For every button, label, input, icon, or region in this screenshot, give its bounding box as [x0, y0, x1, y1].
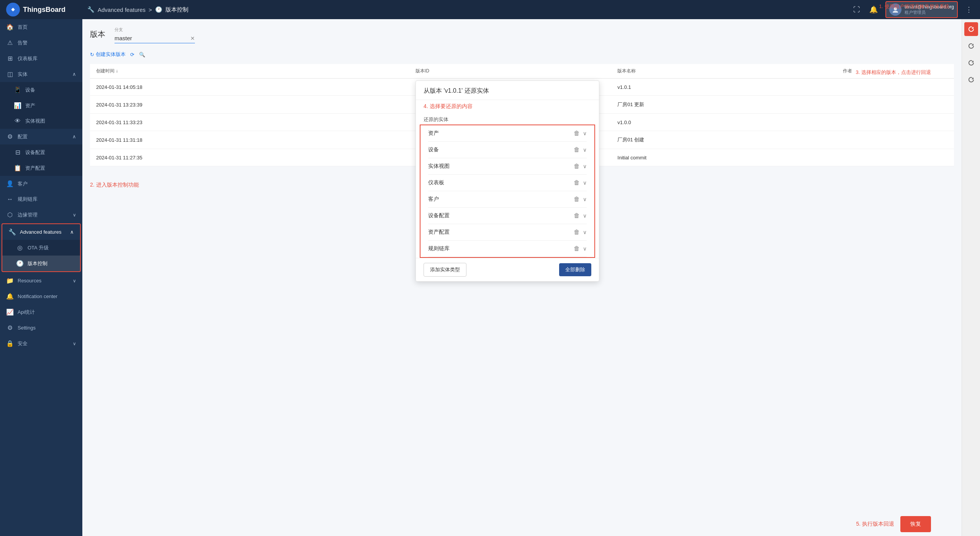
- sidebar-item-device-config[interactable]: ⊟ 设备配置: [0, 144, 82, 160]
- restore-item-expand-button[interactable]: ∨: [583, 229, 587, 235]
- sidebar-item-resources[interactable]: 📁 Resources ∨: [0, 273, 82, 288]
- devices-icon: 📱: [14, 86, 21, 93]
- notifications-button[interactable]: 🔔: [868, 4, 879, 15]
- restore-item-name: 资产配置: [428, 229, 450, 236]
- sidebar-item-security[interactable]: 🔒 安全 ∨: [0, 336, 82, 351]
- sidebar-item-api-stats[interactable]: 📈 Api统计: [0, 304, 82, 320]
- version-control-icon: 🕐: [16, 260, 24, 267]
- restore-item-expand-button[interactable]: ∨: [583, 163, 587, 169]
- entities-arrow-icon: ∧: [72, 71, 76, 77]
- restore-item-expand-button[interactable]: ∨: [583, 246, 587, 252]
- config-arrow-icon: ∧: [72, 134, 76, 139]
- sidebar-item-asset-config[interactable]: 📋 资产配置: [0, 160, 82, 176]
- sidebar-item-edge-mgmt[interactable]: ⬡ 边缘管理 ∨: [0, 207, 82, 223]
- alerts-icon: ⚠: [6, 39, 14, 46]
- sidebar-item-notification-center[interactable]: 🔔 Notification center: [0, 288, 82, 304]
- resources-icon: 📁: [6, 277, 14, 284]
- restore-item: 规则链库 🗑 ∨: [428, 241, 587, 257]
- logo: ThingsBoard: [6, 3, 83, 16]
- customers-icon: 👤: [6, 180, 14, 187]
- restore-item-name: 仪表板: [428, 179, 444, 186]
- right-sidebar-history-1[interactable]: [964, 39, 978, 53]
- restore-item-delete-button[interactable]: 🗑: [574, 146, 580, 153]
- step5-area: 5. 执行版本回退 恢复: [856, 516, 931, 532]
- right-sidebar-history-3[interactable]: [964, 73, 978, 87]
- right-sidebar-restore-active[interactable]: [964, 22, 978, 36]
- refresh-icon: ⟳: [130, 52, 134, 57]
- restore-item-delete-button[interactable]: 🗑: [574, 229, 580, 236]
- create-version-button[interactable]: ↻ 创建实体版本: [90, 51, 126, 58]
- sidebar-item-advanced-features[interactable]: 🔧 Advanced features ∧: [2, 224, 80, 240]
- advanced-features-submenu: ◎ OTA 升级 🕐 版本控制: [2, 240, 80, 271]
- sidebar-item-settings[interactable]: ⚙ Settings: [0, 320, 82, 336]
- branch-select-value[interactable]: ✕: [115, 33, 195, 43]
- cell-name: 厂房01 创建: [611, 131, 837, 149]
- delete-all-button[interactable]: 全部删除: [559, 263, 591, 276]
- right-sidebar-history-2[interactable]: [964, 56, 978, 70]
- sidebar-label-asset-config: 资产配置: [25, 165, 76, 172]
- sidebar-item-version-control[interactable]: 🕐 版本控制: [2, 256, 80, 271]
- sidebar-item-customers[interactable]: 👤 客户: [0, 176, 82, 192]
- sidebar-item-entities[interactable]: ◫ 实体 ∧: [0, 66, 82, 82]
- restore-item-actions: 🗑 ∨: [574, 163, 587, 170]
- restore-item-delete-button[interactable]: 🗑: [574, 163, 580, 170]
- sort-icon[interactable]: ↓: [116, 68, 118, 74]
- branch-input[interactable]: [115, 35, 187, 41]
- restore-item-delete-button[interactable]: 🗑: [574, 245, 580, 252]
- app-name: ThingsBoard: [23, 6, 65, 14]
- security-arrow-icon: ∨: [73, 341, 76, 346]
- restore-item-delete-button[interactable]: 🗑: [574, 212, 580, 219]
- restore-item: 仪表板 🗑 ∨: [428, 175, 587, 191]
- advanced-features-section: 🔧 Advanced features ∧ ◎ OTA 升级 🕐 版本控制: [2, 223, 81, 272]
- cell-author: [837, 114, 954, 131]
- restore-item-expand-button[interactable]: ∨: [583, 180, 587, 186]
- restore-item-expand-button[interactable]: ∨: [583, 130, 587, 136]
- restore-item-expand-button[interactable]: ∨: [583, 147, 587, 153]
- sidebar-item-config[interactable]: ⚙ 配置 ∧: [0, 129, 82, 144]
- restore-button[interactable]: 恢复: [900, 516, 931, 532]
- security-icon: 🔒: [6, 340, 14, 347]
- sidebar-item-entity-view[interactable]: 👁 实体视图: [0, 113, 82, 129]
- breadcrumb-icon2: 🕐: [155, 6, 162, 13]
- restore-item: 设备配置 🗑 ∨: [428, 208, 587, 224]
- refresh-button[interactable]: ⟳: [130, 52, 134, 57]
- fullscreen-button[interactable]: ⛶: [852, 4, 862, 15]
- sidebar-item-dashboards[interactable]: ⊞ 仪表板库: [0, 51, 82, 66]
- restore-item-actions: 🗑 ∨: [574, 196, 587, 203]
- breadcrumb-section[interactable]: Advanced features: [98, 7, 146, 13]
- sidebar-item-alerts[interactable]: ⚠ 告警: [0, 35, 82, 51]
- sidebar-label-settings: Settings: [18, 325, 76, 331]
- sidebar-item-ota[interactable]: ◎ OTA 升级: [2, 240, 80, 256]
- sidebar-label-security: 安全: [18, 340, 69, 347]
- sidebar-item-assets[interactable]: 📊 资产: [0, 98, 82, 113]
- restore-item-actions: 🗑 ∨: [574, 179, 587, 186]
- restore-item: 资产配置 🗑 ∨: [428, 224, 587, 241]
- restore-item-name: 设备配置: [428, 212, 450, 219]
- restore-item-expand-button[interactable]: ∨: [583, 213, 587, 219]
- restore-item-expand-button[interactable]: ∨: [583, 196, 587, 202]
- vc-toolbar: ↻ 创建实体版本 ⟳ 🔍: [90, 51, 954, 58]
- sidebar-label-dashboards: 仪表板库: [18, 55, 76, 62]
- cell-name: v1.0.1: [611, 79, 837, 96]
- restore-item-name: 实体视图: [428, 163, 450, 170]
- sidebar-item-home[interactable]: 🏠 首页: [0, 19, 82, 35]
- restore-dialog-title: 从版本 'v1.0.1' 还原实体: [416, 81, 599, 100]
- sidebar-item-devices[interactable]: 📱 设备: [0, 82, 82, 98]
- restore-item-actions: 🗑 ∨: [574, 245, 587, 252]
- sidebar-item-rule-chains[interactable]: ↔ 规则链库: [0, 192, 82, 207]
- more-menu-button[interactable]: ⋮: [964, 4, 974, 15]
- search-button[interactable]: 🔍: [139, 52, 145, 57]
- branch-clear-button[interactable]: ✕: [190, 35, 195, 41]
- col-time: 创建时间 ↓: [90, 64, 409, 79]
- restore-item: 实体视图 🗑 ∨: [428, 158, 587, 175]
- api-stats-icon: 📈: [6, 308, 14, 316]
- restore-item-delete-button[interactable]: 🗑: [574, 179, 580, 186]
- cell-author: [837, 79, 954, 96]
- restore-item-delete-button[interactable]: 🗑: [574, 196, 580, 203]
- cell-name: Initial commit: [611, 149, 837, 166]
- main-layout: 🏠 首页 ⚠ 告警 ⊞ 仪表板库 ◫ 实体 ∧ 📱 设备 📊 资产: [0, 19, 980, 536]
- restore-item-delete-button[interactable]: 🗑: [574, 130, 580, 137]
- add-entity-type-button[interactable]: 添加实体类型: [424, 263, 466, 277]
- branch-label: 分支: [115, 27, 195, 33]
- branch-selector: 版本 分支 ✕: [90, 27, 954, 43]
